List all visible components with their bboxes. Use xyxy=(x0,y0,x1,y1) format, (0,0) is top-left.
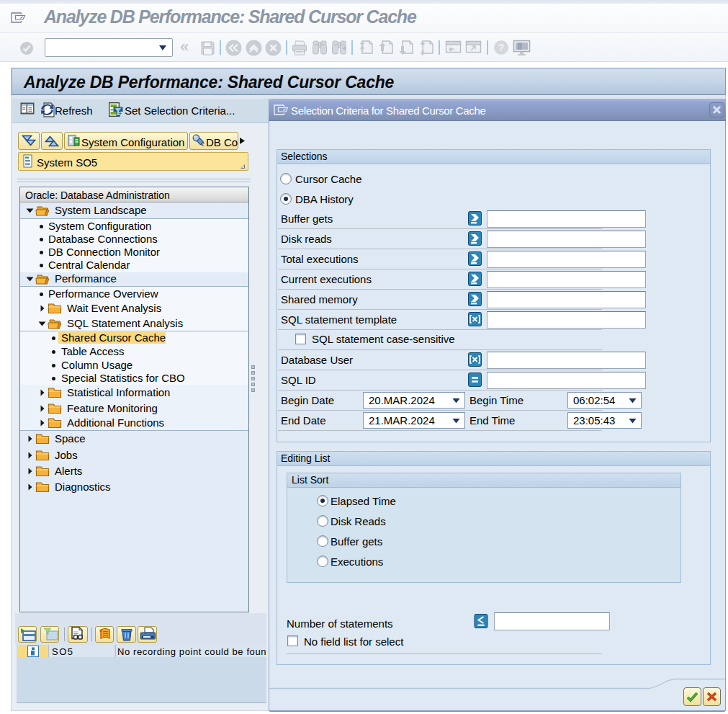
svg-text:?: ? xyxy=(498,42,505,53)
